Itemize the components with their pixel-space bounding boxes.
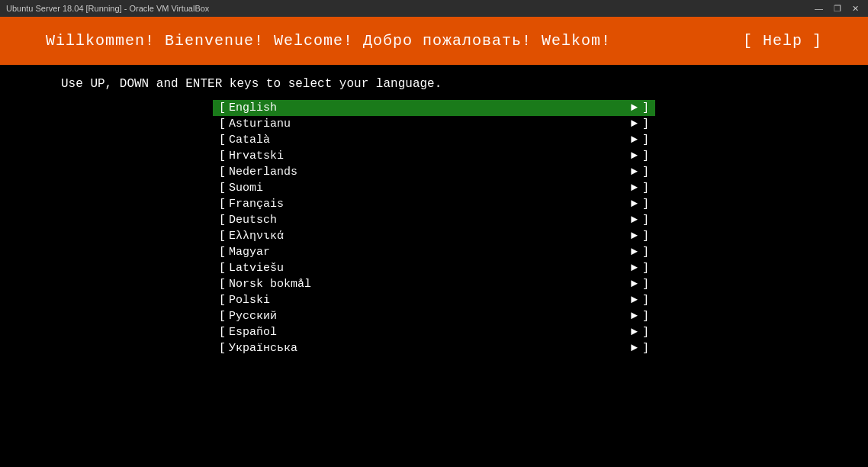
bracket-right: ]: [642, 262, 649, 275]
bracket-left: [: [219, 310, 226, 323]
bracket-right: ]: [642, 134, 649, 147]
language-name: Suomi: [229, 182, 631, 195]
bracket-left: [: [219, 342, 226, 355]
bracket-left: [: [219, 294, 226, 307]
bracket-left: [: [219, 278, 226, 291]
language-name: Asturianu: [229, 118, 631, 130]
language-item[interactable]: [ Latviešu ► ]: [213, 260, 655, 276]
language-name: Español: [229, 326, 631, 339]
bracket-right: ]: [642, 101, 649, 114]
bracket-right: ]: [642, 294, 649, 307]
arrow-icon: ►: [631, 246, 638, 259]
language-item[interactable]: [ English ► ]: [213, 100, 655, 116]
arrow-icon: ►: [631, 294, 638, 307]
arrow-icon: ►: [631, 166, 638, 179]
bracket-left: [: [219, 150, 226, 163]
language-item[interactable]: [ Español ► ]: [213, 324, 655, 340]
language-item[interactable]: [ Polski ► ]: [213, 292, 655, 308]
bracket-left: [: [219, 134, 226, 147]
language-name: Latviešu: [229, 262, 631, 275]
bracket-left: [: [219, 166, 226, 179]
language-item[interactable]: [ Ελληνικά ► ]: [213, 228, 655, 244]
instruction-area: Use UP, DOWN and ENTER keys to select yo…: [0, 65, 868, 100]
vm-screen: Willkommen! Bienvenue! Welcome! Добро по…: [0, 17, 868, 467]
language-list: [ English ► ] [ Asturianu ► ] [ Català ►…: [0, 100, 868, 356]
language-item[interactable]: [ Hrvatski ► ]: [213, 148, 655, 164]
bracket-right: ]: [642, 198, 649, 211]
titlebar-controls: — ❐ ✕: [812, 4, 862, 14]
language-item[interactable]: [ Français ► ]: [213, 196, 655, 212]
arrow-icon: ►: [631, 214, 638, 227]
arrow-icon: ►: [631, 278, 638, 291]
arrow-icon: ►: [631, 101, 638, 114]
bracket-right: ]: [642, 182, 649, 195]
language-name: Norsk bokmål: [229, 278, 631, 291]
arrow-icon: ►: [631, 326, 638, 339]
arrow-icon: ►: [631, 150, 638, 163]
bracket-right: ]: [642, 326, 649, 339]
titlebar-title: Ubuntu Server 18.04 [Running] - Oracle V…: [6, 4, 209, 13]
bracket-right: ]: [642, 150, 649, 163]
arrow-icon: ►: [631, 342, 638, 355]
language-name: Français: [229, 198, 631, 211]
bracket-left: [: [219, 198, 226, 211]
bracket-right: ]: [642, 214, 649, 227]
arrow-icon: ►: [631, 262, 638, 275]
language-name: Українська: [229, 342, 631, 355]
language-item[interactable]: [ Català ► ]: [213, 132, 655, 148]
language-name: Hrvatski: [229, 150, 631, 163]
welcome-text: Willkommen! Bienvenue! Welcome! Добро по…: [46, 32, 611, 50]
arrow-icon: ►: [631, 182, 638, 195]
bracket-left: [: [219, 246, 226, 259]
language-item[interactable]: [ Magyar ► ]: [213, 244, 655, 260]
language-name: Nederlands: [229, 166, 631, 179]
minimize-button[interactable]: —: [812, 4, 826, 14]
bracket-left: [: [219, 118, 226, 130]
language-name: Català: [229, 134, 631, 147]
bracket-right: ]: [642, 166, 649, 179]
close-button[interactable]: ✕: [849, 4, 862, 14]
language-item[interactable]: [ Deutsch ► ]: [213, 212, 655, 228]
bracket-left: [: [219, 182, 226, 195]
language-name: Magyar: [229, 246, 631, 259]
bracket-left: [: [219, 262, 226, 275]
bracket-right: ]: [642, 310, 649, 323]
language-item[interactable]: [ Nederlands ► ]: [213, 164, 655, 180]
language-name: Русский: [229, 310, 631, 323]
bracket-left: [: [219, 326, 226, 339]
language-name: Ελληνικά: [229, 230, 631, 243]
language-item[interactable]: [ Norsk bokmål ► ]: [213, 276, 655, 292]
instruction-text: Use UP, DOWN and ENTER keys to select yo…: [61, 77, 442, 91]
language-item[interactable]: [ Suomi ► ]: [213, 180, 655, 196]
language-item[interactable]: [ Asturianu ► ]: [213, 116, 655, 132]
language-item[interactable]: [ Українська ► ]: [213, 340, 655, 356]
bracket-right: ]: [642, 342, 649, 355]
bracket-right: ]: [642, 246, 649, 259]
restore-button[interactable]: ❐: [831, 4, 844, 14]
bracket-right: ]: [642, 118, 649, 130]
arrow-icon: ►: [631, 310, 638, 323]
arrow-icon: ►: [631, 134, 638, 147]
arrow-icon: ►: [631, 230, 638, 243]
orange-header-row: Willkommen! Bienvenue! Welcome! Добро по…: [0, 24, 868, 57]
bracket-right: ]: [642, 230, 649, 243]
bracket-left: [: [219, 230, 226, 243]
language-name: English: [229, 101, 631, 114]
orange-header: Willkommen! Bienvenue! Welcome! Добро по…: [0, 17, 868, 65]
bracket-left: [: [219, 214, 226, 227]
arrow-icon: ►: [631, 118, 638, 130]
bracket-right: ]: [642, 278, 649, 291]
bracket-left: [: [219, 101, 226, 114]
help-button[interactable]: [ Help ]: [743, 32, 822, 50]
language-item[interactable]: [ Русский ► ]: [213, 308, 655, 324]
window-titlebar: Ubuntu Server 18.04 [Running] - Oracle V…: [0, 0, 868, 17]
arrow-icon: ►: [631, 198, 638, 211]
language-name: Deutsch: [229, 214, 631, 227]
language-name: Polski: [229, 294, 631, 307]
